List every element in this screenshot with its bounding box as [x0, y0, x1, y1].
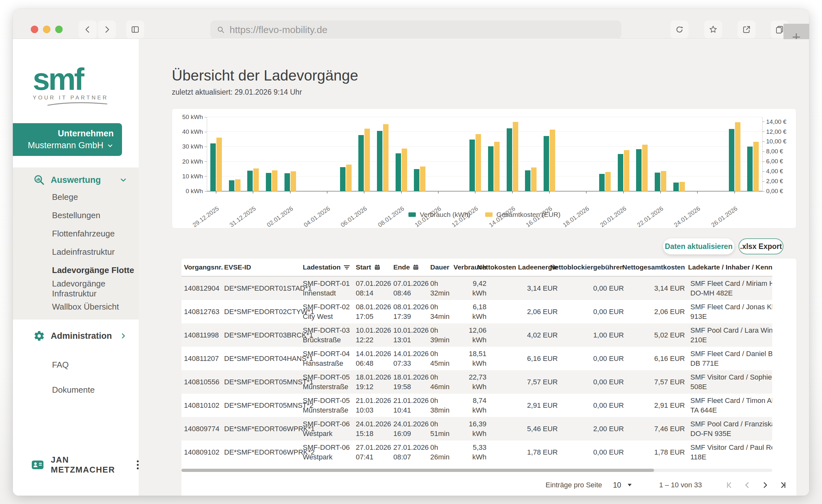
cell-nettogesamtkosten: 5,02 EUR [625, 330, 686, 340]
sidebar-section-auswertung[interactable]: Auswertung [13, 172, 139, 188]
last-page-button[interactable] [779, 481, 787, 489]
cell-nettoblockiergebuehren: 0,00 EUR [558, 354, 625, 363]
share-button[interactable] [738, 21, 756, 38]
table-row[interactable]: 140809774DE*SMF*EDORT06WPRK*1SMF-DORT-06… [181, 417, 772, 440]
table-row[interactable]: 140810102DE*SMF*EDORT05MNST*2SMF-DORT-05… [181, 394, 772, 417]
minimize-window-button[interactable] [43, 26, 50, 33]
chart-y-axis-label-eur: 6,00 € [766, 158, 798, 165]
table-row[interactable]: 140810556DE*SMF*EDORT05MNST*1SMF-DORT-05… [181, 370, 772, 394]
legend-label: Gesamtkosten (EUR) [496, 211, 561, 218]
sidebar: smf YOUR IT PARTNER Unternehmen Musterma… [13, 39, 139, 496]
column-header-label: Vorgangsnr. [184, 262, 223, 272]
cell-evse-id: DE*SMF*EDORT02CTYW*1 [222, 307, 300, 317]
bar-gesamtkosten [272, 170, 278, 191]
main-content: Übersicht der Ladevorgänge zuletzt aktua… [139, 39, 809, 496]
sidebar-section-administration[interactable]: Administration [13, 328, 139, 344]
chart-y-axis-label-kwh: 20 kWh [172, 158, 203, 165]
reload-button[interactable] [671, 21, 689, 38]
cell-verbrauch: 16,39kWh [455, 419, 487, 439]
bar-gesamtkosten [217, 138, 222, 191]
refresh-data-button[interactable]: Daten aktualisieren [663, 238, 734, 254]
cell-start: 14.01.202606:48 [353, 349, 391, 368]
cell-nettogesamtkosten: 3,14 EUR [625, 284, 686, 293]
bookmark-button[interactable] [704, 21, 722, 38]
chart-y-axis-label-eur: 12,00 € [766, 128, 798, 135]
cell-ladestation: SMF-DORT-04Hansastraße [300, 349, 353, 368]
cell-nettoblockiergebuehren: 0,00 EUR [558, 401, 625, 410]
filter-icon[interactable] [344, 264, 350, 270]
logo-tagline: YOUR IT PARTNER [33, 95, 116, 101]
calendar-icon[interactable] [374, 264, 381, 270]
bar-verbrauch [544, 136, 549, 191]
calendar-icon[interactable] [413, 264, 419, 270]
cell-nettokosten-ladeenergie: 2,06 EUR [487, 307, 558, 317]
table-row[interactable]: 140812763DE*SMF*EDORT02CTYW*1SMF-DORT-02… [181, 300, 772, 323]
bar-verbrauch [747, 147, 753, 191]
horizontal-scrollbar-thumb[interactable] [181, 469, 654, 472]
bar-verbrauch [636, 149, 642, 191]
table-viewport[interactable]: Vorgangsnr.EVSE-IDLadestationStartEndeDa… [181, 259, 772, 464]
bar-gesamtkosten [383, 124, 389, 191]
column-header-nettoblockiergeb-hren: Nettoblockiergebühren [558, 262, 625, 272]
sidebar-item-flottenfahrzeuge[interactable]: Flottenfahrzeuge [13, 225, 139, 243]
chevron-down-icon [107, 142, 114, 149]
cell-nettoblockiergebuehren: 0,00 EUR [558, 448, 625, 457]
cell-verbrauch: 9,42kWh [455, 279, 487, 298]
table-row[interactable]: 140812904DE*SMF*EDORT01STAD*1SMF-DORT-01… [181, 277, 772, 300]
close-window-button[interactable] [31, 26, 38, 33]
chevron-right-icon [119, 332, 127, 340]
sidebar-item-faq[interactable]: FAQ [13, 356, 139, 374]
page-size-value[interactable]: 10 [613, 481, 621, 490]
bar-gesamtkosten [735, 122, 741, 191]
column-header-start[interactable]: Start [353, 262, 391, 272]
horizontal-scrollbar-track[interactable] [181, 469, 772, 472]
logo-wordmark: smf [33, 67, 116, 91]
page-title: Übersicht der Ladevorgänge [172, 67, 358, 84]
table-row[interactable]: 140811207DE*SMF*EDORT04HANS*1SMF-DORT-04… [181, 347, 772, 370]
sidebar-item-bestellungen[interactable]: Bestellungen [13, 206, 139, 225]
sidebar-item-wallbox-bersicht[interactable]: Wallbox Übersicht [13, 298, 139, 316]
chart-y-axis-label-kwh: 10 kWh [172, 173, 203, 180]
chart-y-axis-label-eur: 14,00 € [766, 118, 798, 125]
page-size-dropdown[interactable] [627, 483, 632, 487]
sidebar-item-belege[interactable]: Belege [13, 188, 139, 206]
sidebar-item-ladevorg-nge-infrastruktur[interactable]: Ladevorgänge Infrastruktur [13, 279, 139, 298]
chart-x-tick [290, 191, 291, 193]
back-button[interactable] [79, 21, 97, 38]
analytics-search-icon [33, 174, 45, 186]
company-name: Mustermann GmbH [28, 141, 103, 150]
column-header-vorgangsnr-: Vorgangsnr. [181, 262, 222, 272]
sidebar-item-dokumente[interactable]: Dokumente [13, 381, 139, 399]
sidebar-item-ladeinfrastruktur[interactable]: Ladeinfrastruktur [13, 243, 139, 261]
forward-button[interactable] [98, 21, 116, 38]
cell-nettoblockiergebuehren: 2,00 EUR [558, 424, 625, 434]
cell-ladestation: SMF-DORT-06Westpark [300, 419, 353, 439]
cell-dauer: 0h38min [428, 396, 455, 415]
cell-vorgangsnr: 140811998 [181, 330, 222, 340]
column-header-ladestation[interactable]: Ladestation [300, 262, 353, 272]
zoom-window-button[interactable] [55, 26, 63, 33]
first-page-button[interactable] [725, 481, 733, 489]
sidebar-toggle-button[interactable] [126, 21, 144, 38]
chart-left-tick [204, 176, 207, 176]
table-row[interactable]: 140811998DE*SMF*EDORT03BRCK*1SMF-DORT-03… [181, 323, 772, 347]
cell-ladestation: SMF-DORT-01Innenstadt [300, 279, 353, 298]
column-header-evse-id: EVSE-ID [222, 262, 300, 272]
company-selector[interactable]: Unternehmen Mustermann GmbH [13, 123, 122, 156]
url-text: https://flevo-mobility.de [230, 24, 328, 35]
cell-verbrauch: 22,73kWh [455, 372, 487, 392]
address-bar[interactable]: https://flevo-mobility.de [210, 21, 621, 39]
last-updated-text: zuletzt aktualisiert: 29.01.2026 9:14 Uh… [172, 88, 302, 97]
sidebar-item-ladevorg-nge-flotte[interactable]: Ladevorgänge Flotte [13, 261, 139, 279]
cell-ladestation: SMF-DORT-05Münsterstraße [300, 372, 353, 392]
cell-ladekarte: SMF Fleet Card / Miriam HeineDO-MH 482E [686, 279, 772, 298]
bar-gesamtkosten [680, 182, 685, 191]
chart-left-axis-line [207, 117, 207, 191]
column-header-ende[interactable]: Ende [391, 262, 428, 272]
user-account-row[interactable]: JAN METZMACHER [13, 455, 139, 475]
next-page-button[interactable] [761, 481, 769, 489]
table-row[interactable]: 140809102DE*SMF*EDORT06WPRK*2SMF-DORT-06… [181, 440, 772, 464]
previous-page-button[interactable] [743, 481, 751, 489]
xlsx-export-button[interactable]: .xlsx Export [739, 238, 783, 254]
chart-y-axis-label-eur: 0,00 € [766, 188, 798, 195]
